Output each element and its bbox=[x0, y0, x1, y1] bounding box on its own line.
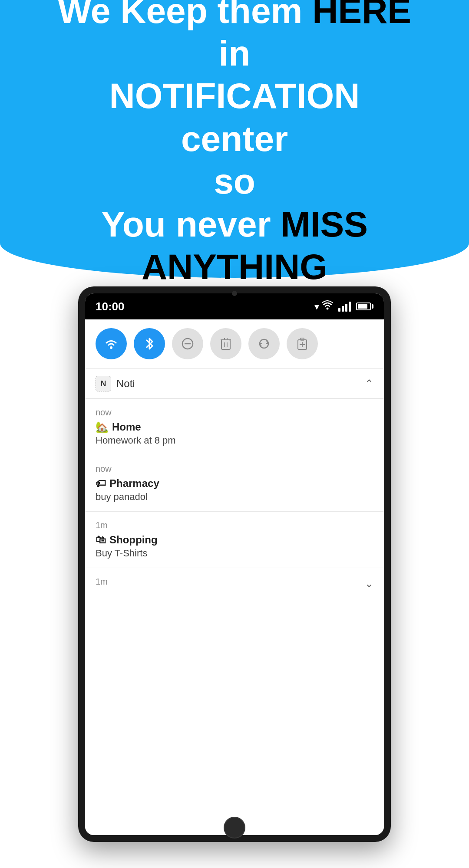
status-bar: 10:00 ▾ bbox=[85, 293, 384, 319]
hero-text: We Keep them HERE in NOTIFICATION center… bbox=[23, 0, 446, 306]
notification-icon-2: 🏷 bbox=[96, 477, 106, 490]
notification-item-3: 1m 🛍 Shopping Buy T-Shirts bbox=[85, 512, 384, 568]
hero-line2: in bbox=[58, 32, 411, 75]
hero-line4: center bbox=[58, 118, 411, 160]
notification-title-text-1: Home bbox=[112, 421, 141, 433]
notification-time-2: now bbox=[96, 464, 373, 474]
notification-header: N Noti ⌃ bbox=[85, 369, 384, 399]
chevron-up-icon[interactable]: ⌃ bbox=[365, 378, 373, 390]
notification-collapsed[interactable]: 1m ⌄ bbox=[85, 568, 384, 599]
notification-panel: N Noti ⌃ now 🏡 Home Homework at 8 pm bbox=[85, 369, 384, 835]
wifi-toggle-icon bbox=[105, 338, 118, 349]
dnd-toggle-icon bbox=[182, 338, 194, 350]
quick-toggles-panel bbox=[85, 319, 384, 368]
notification-body-2: buy panadol bbox=[96, 491, 373, 503]
hero-line6-part1: You never bbox=[101, 204, 281, 244]
hero-line6-part2: MISS bbox=[281, 204, 367, 244]
hero-line1-part1: We Keep them bbox=[58, 0, 312, 30]
wifi-icon: ▾ bbox=[314, 300, 333, 312]
bluetooth-toggle-icon bbox=[145, 337, 154, 351]
sync-toggle-btn[interactable] bbox=[248, 328, 280, 359]
svg-rect-4 bbox=[221, 340, 230, 349]
notification-app-info: N Noti bbox=[96, 376, 135, 391]
signal-bars-icon bbox=[338, 302, 351, 312]
bottom-section: 10:00 ▾ bbox=[0, 278, 469, 868]
sync-toggle-icon bbox=[258, 338, 270, 350]
wifi-toggle-btn[interactable] bbox=[96, 328, 127, 359]
wifi-svg bbox=[322, 300, 333, 310]
tablet-home-button[interactable] bbox=[224, 817, 245, 838]
hero-line6: You never MISS bbox=[58, 203, 411, 246]
notification-title-2: 🏷 Pharmacy bbox=[96, 477, 373, 490]
notification-title-3: 🛍 Shopping bbox=[96, 534, 373, 546]
dnd-toggle-btn[interactable] bbox=[172, 328, 203, 359]
svg-point-0 bbox=[327, 308, 329, 310]
battery-saver-toggle-icon bbox=[297, 337, 307, 350]
hero-line1-part2: HERE bbox=[312, 0, 411, 30]
notification-icon-1: 🏡 bbox=[96, 421, 109, 433]
trash-toggle-btn[interactable] bbox=[210, 328, 241, 359]
tablet-device: 10:00 ▾ bbox=[78, 286, 391, 842]
battery-tip bbox=[372, 304, 373, 309]
hero-line7: ANYTHING bbox=[58, 246, 411, 288]
notification-icon-3: 🛍 bbox=[96, 534, 106, 546]
notification-item-1: now 🏡 Home Homework at 8 pm bbox=[85, 399, 384, 455]
notification-body-3: Buy T-Shirts bbox=[96, 548, 373, 559]
bluetooth-toggle-btn[interactable] bbox=[134, 328, 165, 359]
hero-line5: so bbox=[58, 160, 411, 203]
collapsed-time: 1m bbox=[96, 577, 108, 587]
notification-body-1: Homework at 8 pm bbox=[96, 435, 373, 446]
battery-fill bbox=[358, 304, 367, 309]
battery-body bbox=[356, 302, 371, 310]
svg-rect-11 bbox=[301, 338, 304, 340]
notification-title-text-2: Pharmacy bbox=[109, 477, 159, 490]
notification-time-3: 1m bbox=[96, 520, 373, 530]
app-name: Noti bbox=[116, 378, 135, 390]
tablet-camera bbox=[232, 291, 237, 296]
notification-item-2: now 🏷 Pharmacy buy panadol bbox=[85, 455, 384, 512]
hero-section: We Keep them HERE in NOTIFICATION center… bbox=[0, 0, 469, 278]
screen-content: N Noti ⌃ now 🏡 Home Homework at 8 pm bbox=[85, 319, 384, 835]
status-time: 10:00 bbox=[96, 300, 125, 313]
svg-point-1 bbox=[110, 346, 112, 349]
hero-line1: We Keep them HERE bbox=[58, 0, 411, 32]
trash-toggle-icon bbox=[221, 337, 231, 350]
battery-icon bbox=[356, 302, 373, 310]
tablet-screen: 10:00 ▾ bbox=[85, 293, 384, 835]
notification-title-1: 🏡 Home bbox=[96, 421, 373, 433]
hero-line3: NOTIFICATION bbox=[58, 75, 411, 117]
status-icons: ▾ bbox=[314, 300, 373, 312]
battery-saver-toggle-btn[interactable] bbox=[287, 328, 318, 359]
notification-time-1: now bbox=[96, 408, 373, 418]
chevron-down-icon[interactable]: ⌄ bbox=[365, 578, 373, 590]
app-icon: N bbox=[96, 376, 111, 391]
notification-title-text-3: Shopping bbox=[109, 534, 158, 546]
